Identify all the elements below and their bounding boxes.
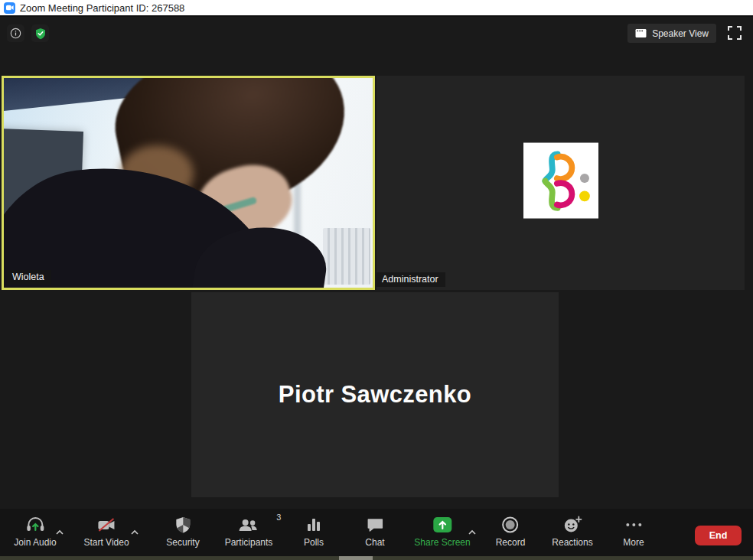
start-video-chevron[interactable] <box>130 525 139 539</box>
participant-name-tag: Wioleta <box>7 270 51 285</box>
fullscreen-button[interactable] <box>727 25 742 41</box>
join-audio-label: Join Audio <box>14 537 56 548</box>
headphones-arrow-icon <box>25 516 45 534</box>
start-video-button[interactable]: Start Video <box>83 514 129 548</box>
window-title: Zoom Meeting Participant ID: 267588 <box>20 2 184 14</box>
administrator-avatar-logo <box>523 143 598 219</box>
participants-count-badge: 3 <box>276 513 281 522</box>
wioleta-webcam-video <box>4 78 373 288</box>
speaker-view-button[interactable]: Speaker View <box>628 24 716 43</box>
reactions-label: Reactions <box>552 537 592 548</box>
smiley-plus-icon <box>562 516 582 534</box>
brace-3-logo-icon <box>528 148 594 213</box>
encryption-badge-button[interactable] <box>31 24 49 42</box>
participant-name-tag: Administrator <box>376 272 445 287</box>
chat-button[interactable]: Chat <box>365 514 384 548</box>
chevron-up-icon <box>468 529 477 536</box>
reactions-button[interactable]: Reactions <box>552 514 592 548</box>
join-audio-button[interactable]: Join Audio <box>14 514 56 548</box>
video-tile-wioleta[interactable]: Wioleta <box>2 76 375 290</box>
speaker-view-label: Speaker View <box>652 28 709 39</box>
share-screen-chevron[interactable] <box>468 525 477 539</box>
join-audio-chevron[interactable] <box>55 525 64 539</box>
chevron-up-icon <box>55 529 64 536</box>
shield-check-icon <box>34 28 47 40</box>
zoom-app-icon <box>4 2 15 14</box>
zoom-meeting-window: Zoom Meeting Participant ID: 267588 <box>0 0 753 560</box>
window-titlebar[interactable]: Zoom Meeting Participant ID: 267588 <box>0 0 753 17</box>
chat-label: Chat <box>365 537 384 548</box>
speech-bubble-icon <box>366 516 384 534</box>
camera-slash-icon <box>96 516 116 534</box>
share-screen-icon <box>432 516 453 534</box>
security-button[interactable]: Security <box>166 514 199 548</box>
record-circle-icon <box>501 516 520 534</box>
bar-chart-icon <box>305 516 322 534</box>
record-button[interactable]: Record <box>496 514 526 548</box>
polls-button[interactable]: Polls <box>304 514 324 548</box>
more-button[interactable]: More <box>623 514 644 548</box>
share-screen-button[interactable]: Share Screen <box>414 514 470 548</box>
main-speaker-tile[interactable]: Piotr Sawczenko <box>191 292 559 497</box>
shield-icon <box>174 516 191 534</box>
meeting-info-button[interactable] <box>7 24 24 42</box>
expand-corners-icon <box>727 25 742 41</box>
start-video-label: Start Video <box>83 537 129 548</box>
more-label: More <box>623 537 644 548</box>
video-tile-administrator[interactable]: Administrator <box>376 76 745 290</box>
info-icon <box>10 28 21 39</box>
share-screen-label: Share Screen <box>414 537 470 548</box>
record-label: Record <box>496 537 526 548</box>
main-participant-name: Piotr Sawczenko <box>279 381 471 409</box>
ellipsis-icon <box>624 516 644 534</box>
polls-label: Polls <box>304 537 324 548</box>
participants-button[interactable]: 3 Participants <box>225 514 273 548</box>
chevron-up-icon <box>130 529 139 536</box>
security-label: Security <box>166 537 199 548</box>
meeting-canvas: Speaker View Wioleta <box>0 18 753 560</box>
gallery-grid-icon <box>635 28 647 38</box>
end-meeting-button[interactable]: End <box>695 526 742 545</box>
desktop-taskbar-sliver <box>0 556 753 560</box>
people-icon <box>238 516 259 534</box>
meeting-toolbar: Join Audio Start Video <box>0 509 753 556</box>
participants-label: Participants <box>225 537 273 548</box>
taskbar-segment <box>339 556 373 560</box>
